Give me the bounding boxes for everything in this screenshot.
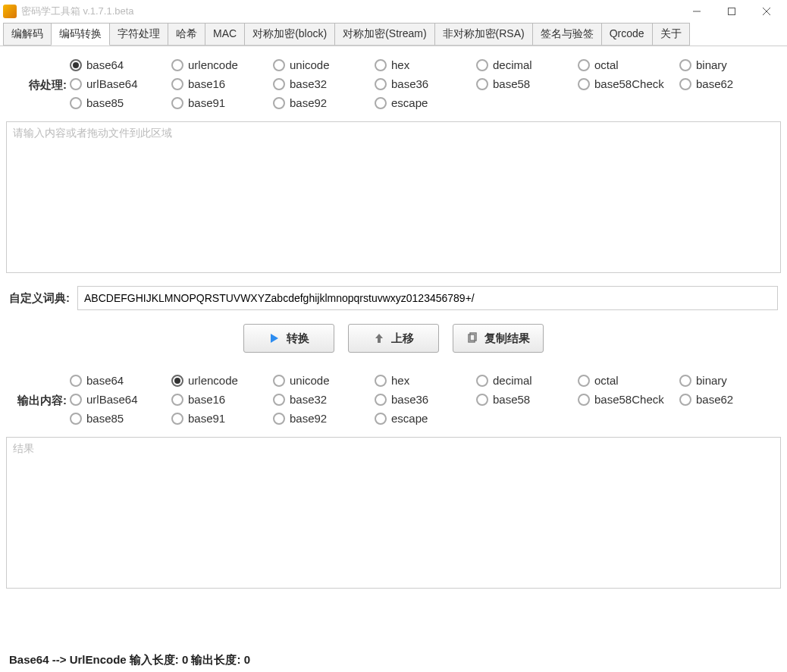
- input-radio-base16[interactable]: base16: [171, 77, 270, 90]
- close-button[interactable]: [749, 0, 784, 23]
- output-radio-label: base16: [188, 393, 225, 406]
- tab-7[interactable]: 非对称加密(RSA): [434, 23, 533, 46]
- maximize-button[interactable]: [714, 0, 749, 23]
- output-radio-base58Check[interactable]: base58Check: [578, 393, 676, 406]
- output-radio-unicode[interactable]: unicode: [273, 374, 372, 387]
- output-radio-hex[interactable]: hex: [375, 374, 473, 387]
- convert-button[interactable]: 转换: [243, 324, 334, 353]
- output-radio-label: urlencode: [188, 374, 238, 387]
- input-radio-unicode[interactable]: unicode: [273, 58, 372, 71]
- output-radio-base58[interactable]: base58: [476, 393, 575, 406]
- radio-icon: [476, 375, 488, 387]
- play-icon: [268, 332, 281, 344]
- radio-icon: [375, 413, 387, 425]
- radio-icon: [679, 78, 691, 90]
- input-radio-base32[interactable]: base32: [273, 77, 372, 90]
- input-radio-escape[interactable]: escape: [375, 96, 473, 109]
- input-encoding-section: 待处理: base64urlencodeunicodehexdecimaloct…: [0, 46, 787, 118]
- input-radio-base91[interactable]: base91: [171, 96, 270, 109]
- input-radio-base62[interactable]: base62: [679, 77, 778, 90]
- output-textarea[interactable]: [6, 437, 781, 589]
- input-radio-label: unicode: [290, 58, 330, 71]
- input-radio-base58Check[interactable]: base58Check: [578, 77, 676, 90]
- tab-2[interactable]: 字符处理: [109, 23, 168, 46]
- minimize-button[interactable]: [679, 0, 714, 23]
- tab-6[interactable]: 对称加密(Stream): [334, 23, 434, 46]
- output-radio-label: base36: [391, 393, 428, 406]
- output-radio-label: urlBase64: [86, 393, 138, 406]
- moveup-button-label: 上移: [391, 331, 414, 346]
- input-radio-label: base32: [290, 77, 327, 90]
- tab-4[interactable]: MAC: [205, 23, 245, 46]
- input-radio-binary[interactable]: binary: [679, 58, 778, 71]
- input-section-label: 待处理:: [9, 54, 70, 93]
- radio-icon: [273, 59, 285, 71]
- output-radio-label: octal: [594, 374, 619, 387]
- tab-8[interactable]: 签名与验签: [532, 23, 602, 46]
- output-radio-base92[interactable]: base92: [273, 412, 372, 425]
- app-icon: [3, 5, 17, 18]
- copy-button-label: 复制结果: [484, 331, 530, 346]
- moveup-button[interactable]: 上移: [348, 324, 439, 353]
- output-radio-urlencode[interactable]: urlencode: [171, 374, 270, 387]
- input-radio-base58[interactable]: base58: [476, 77, 575, 90]
- svg-marker-4: [271, 334, 278, 343]
- input-radio-urlBase64[interactable]: urlBase64: [70, 77, 168, 90]
- radio-icon: [578, 394, 590, 406]
- input-radio-label: base16: [188, 77, 225, 90]
- radio-icon: [679, 59, 691, 71]
- output-radio-label: escape: [391, 412, 428, 425]
- tab-5[interactable]: 对称加密(block): [244, 23, 335, 46]
- output-radio-decimal[interactable]: decimal: [476, 374, 575, 387]
- output-radio-urlBase64[interactable]: urlBase64: [70, 393, 168, 406]
- tab-9[interactable]: Qrcode: [601, 23, 653, 46]
- window-controls: [679, 0, 784, 23]
- input-radio-label: base85: [86, 96, 124, 109]
- tab-3[interactable]: 哈希: [168, 23, 205, 46]
- input-radio-label: base36: [391, 77, 428, 90]
- dictionary-input[interactable]: [77, 286, 778, 310]
- input-radio-base36[interactable]: base36: [375, 77, 473, 90]
- output-radio-binary[interactable]: binary: [679, 374, 778, 387]
- radio-icon: [578, 375, 590, 387]
- input-radio-base92[interactable]: base92: [273, 96, 372, 109]
- copy-button[interactable]: 复制结果: [453, 324, 544, 353]
- output-radio-base16[interactable]: base16: [171, 393, 270, 406]
- radio-icon: [375, 97, 387, 109]
- output-radio-base85[interactable]: base85: [70, 412, 168, 425]
- radio-icon: [273, 375, 285, 387]
- tab-10[interactable]: 关于: [652, 23, 690, 46]
- radio-icon: [171, 78, 183, 90]
- tab-0[interactable]: 编解码: [3, 23, 52, 46]
- input-radio-decimal[interactable]: decimal: [476, 58, 575, 71]
- output-radio-base62[interactable]: base62: [679, 393, 778, 406]
- input-radio-base64[interactable]: base64: [70, 58, 168, 71]
- radio-icon: [476, 59, 488, 71]
- output-radio-label: base32: [290, 393, 327, 406]
- radio-icon: [70, 78, 82, 90]
- input-radio-octal[interactable]: octal: [578, 58, 676, 71]
- output-radio-octal[interactable]: octal: [578, 374, 676, 387]
- radio-icon: [70, 413, 82, 425]
- tab-1[interactable]: 编码转换: [51, 23, 110, 46]
- input-radio-urlencode[interactable]: urlencode: [171, 58, 270, 71]
- output-radio-base91[interactable]: base91: [171, 412, 270, 425]
- input-radio-hex[interactable]: hex: [375, 58, 473, 71]
- radio-icon: [375, 78, 387, 90]
- input-textarea[interactable]: [6, 121, 781, 273]
- output-radio-base64[interactable]: base64: [70, 374, 168, 387]
- radio-icon: [578, 59, 590, 71]
- radio-icon: [171, 59, 183, 71]
- input-radio-label: escape: [391, 96, 428, 109]
- output-radio-label: hex: [391, 374, 409, 387]
- input-radio-label: decimal: [493, 58, 532, 71]
- input-radio-label: urlBase64: [86, 77, 138, 90]
- input-radio-label: base58Check: [594, 77, 664, 90]
- arrow-up-icon: [373, 332, 385, 344]
- input-radio-base85[interactable]: base85: [70, 96, 168, 109]
- output-radio-base36[interactable]: base36: [375, 393, 473, 406]
- output-radio-base32[interactable]: base32: [273, 393, 372, 406]
- radio-icon: [375, 394, 387, 406]
- output-radio-escape[interactable]: escape: [375, 412, 473, 425]
- radio-icon: [476, 78, 488, 90]
